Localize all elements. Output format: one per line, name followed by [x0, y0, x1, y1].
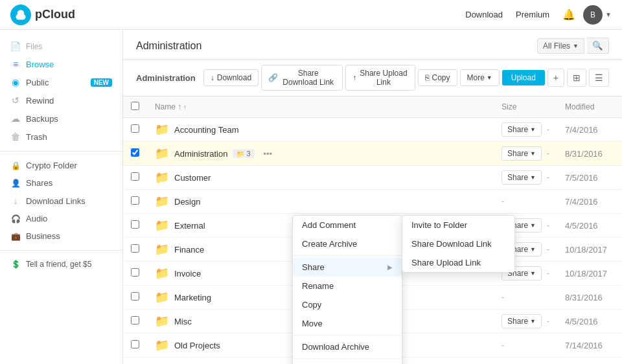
sidebar-item-rewind[interactable]: ↺ Rewind	[0, 91, 122, 109]
row-checkbox[interactable]	[131, 172, 139, 181]
submenu-share-upload-link[interactable]: Share Upload Link	[402, 253, 514, 272]
submenu-invite-to-folder[interactable]: Invite to Folder	[402, 216, 514, 234]
file-name[interactable]: Old Projects	[174, 341, 220, 350]
file-options-dots[interactable]: •••	[260, 148, 277, 160]
share-button[interactable]: Share ▼	[501, 122, 542, 137]
folder-icon: 📁	[155, 218, 169, 233]
file-modified-date: 8/31/2016	[565, 293, 603, 302]
file-name[interactable]: Design	[174, 197, 200, 207]
logo-icon	[10, 5, 31, 25]
sidebar-item-public[interactable]: ◉ Public NEW	[0, 73, 122, 91]
row-checkbox[interactable]	[131, 340, 139, 348]
name-column-header[interactable]: Name ↑	[147, 97, 494, 118]
new-folder-button[interactable]: +	[547, 69, 564, 87]
row-checkbox-cell	[123, 334, 147, 358]
folder-icon: 📁	[155, 170, 169, 185]
upload-button[interactable]: Upload	[502, 70, 545, 85]
file-name[interactable]: Customer	[174, 173, 211, 183]
row-checkbox[interactable]	[131, 268, 139, 277]
share-button[interactable]: Share ▼	[501, 170, 542, 185]
context-create-archive[interactable]: Create Archive	[293, 234, 402, 253]
share-upload-label: Share Upload Link	[359, 69, 408, 87]
sidebar-item-backups[interactable]: ☁ Backups	[0, 109, 122, 128]
file-modified-date: 7/5/2016	[565, 173, 598, 183]
sidebar-item-browse[interactable]: ≡ Browse	[0, 55, 122, 73]
row-checkbox[interactable]	[131, 316, 139, 324]
avatar: B	[583, 5, 603, 25]
grid-view-button[interactable]: ⊞	[567, 69, 586, 87]
search-dropdown-arrow: ▼	[573, 43, 579, 49]
row-checkbox-cell	[123, 262, 147, 286]
row-checkbox-cell	[123, 190, 147, 214]
search-filter-dropdown[interactable]: All Files ▼	[537, 38, 584, 54]
folder-icon: 📁	[155, 242, 169, 256]
grid-icon: ⊞	[573, 73, 581, 83]
row-checkbox[interactable]	[131, 196, 139, 205]
sidebar-item-crypto[interactable]: 🔒 Crypto Folder	[0, 157, 122, 174]
select-all-checkbox[interactable]	[131, 102, 139, 110]
share-dropdown-icon: ▼	[530, 150, 536, 157]
file-name[interactable]: Finance	[174, 245, 204, 255]
file-name[interactable]: Administration	[174, 149, 227, 159]
sidebar-promo[interactable]: 💲 Tell a friend, get $5	[0, 256, 122, 273]
file-modified-date: 10/18/2017	[565, 245, 607, 255]
share-download-button[interactable]: 🔗 Share Download Link	[261, 65, 343, 91]
row-checkbox[interactable]	[131, 292, 139, 301]
row-checkbox[interactable]	[131, 124, 139, 133]
current-path: Administration	[136, 73, 196, 83]
row-checkbox-cell	[123, 166, 147, 190]
context-share[interactable]: Share ▶	[293, 258, 402, 277]
share-button[interactable]: Share ▼	[501, 146, 542, 161]
row-date-cell: 5/10/2016	[557, 358, 622, 365]
context-delete[interactable]: Delete	[293, 361, 402, 364]
context-add-comment[interactable]: Add Comment	[293, 216, 402, 234]
context-download-archive[interactable]: Download Archive	[293, 337, 402, 356]
row-size-cell: -	[494, 190, 557, 214]
copy-button[interactable]: ⎘ Copy	[418, 69, 457, 86]
files-label: Files	[26, 42, 42, 51]
row-checkbox[interactable]	[131, 148, 139, 157]
user-menu[interactable]: B ▼	[583, 5, 612, 25]
row-checkbox[interactable]	[131, 220, 139, 229]
context-move[interactable]: Move	[293, 314, 402, 333]
notification-bell-icon[interactable]: 🔔	[562, 8, 575, 21]
download-button[interactable]: ↓ Download	[203, 69, 259, 86]
row-size-cell: Share ▼ -	[494, 166, 557, 190]
download-link[interactable]: Download	[465, 10, 503, 19]
sidebar-item-business[interactable]: 💼 Business	[0, 227, 122, 245]
row-checkbox-cell	[123, 118, 147, 142]
context-copy[interactable]: Copy	[293, 295, 402, 314]
sidebar-item-audio[interactable]: 🎧 Audio	[0, 210, 122, 227]
context-rename[interactable]: Rename	[293, 277, 402, 295]
share-upload-button[interactable]: ↑ Share Upload Link	[345, 65, 415, 91]
folder-icon: 📁	[155, 266, 169, 280]
file-name[interactable]: Misc	[174, 317, 192, 326]
search-button[interactable]: 🔍	[587, 38, 609, 54]
list-options-button[interactable]: ☰	[589, 69, 609, 87]
new-badge: NEW	[91, 78, 112, 87]
submenu-share-download-link[interactable]: Share Download Link	[402, 234, 514, 253]
folder-icon: 📁	[155, 314, 169, 328]
sidebar-item-download-links[interactable]: ↓ Download Links	[0, 192, 122, 210]
context-menu[interactable]: Add Comment Create Archive Share ▶ Renam…	[292, 215, 402, 364]
share-submenu[interactable]: Invite to Folder Share Download Link Sha…	[402, 215, 515, 273]
file-name[interactable]: Accounting Team	[174, 125, 239, 135]
sidebar-item-trash[interactable]: 🗑 Trash	[0, 128, 122, 146]
more-label: More	[467, 73, 485, 82]
file-size: -	[547, 221, 549, 230]
premium-link[interactable]: Premium	[516, 10, 549, 19]
folder-icon: 📁	[155, 122, 169, 137]
file-name[interactable]: Invoice	[174, 269, 201, 279]
row-checkbox[interactable]	[131, 244, 139, 253]
submenu-share-upload-label: Share Upload Link	[411, 258, 481, 267]
sidebar-item-shares[interactable]: 👤 Shares	[0, 174, 122, 192]
new-folder-icon: +	[553, 73, 559, 83]
more-button[interactable]: More ▼	[460, 69, 500, 86]
share-button[interactable]: Share ▼	[501, 314, 542, 328]
row-name-cell: 📁 Customer	[147, 166, 494, 190]
sidebar-shares-label: Shares	[26, 178, 112, 188]
list-options-icon: ☰	[595, 73, 603, 83]
file-name[interactable]: External	[174, 221, 205, 231]
logo-text: pCloud	[35, 8, 75, 21]
file-name[interactable]: Marketing	[174, 293, 211, 302]
